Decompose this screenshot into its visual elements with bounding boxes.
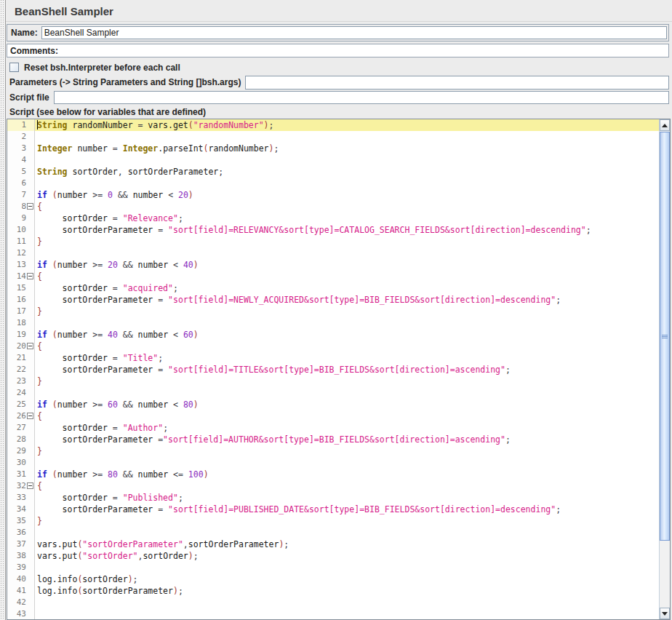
code-line[interactable]: 17} (7, 306, 659, 317)
code-text[interactable]: vars.put("sortOrder",sortOrder); (35, 550, 659, 562)
scrollbar-up-button[interactable] (660, 119, 670, 131)
code-text[interactable] (35, 597, 659, 608)
code-line[interactable]: 16 sortOrderParameter = "sort[field]=NEW… (7, 294, 659, 306)
scrollbar-down-button[interactable] (660, 608, 670, 619)
code-line[interactable]: 34 sortOrderParameter = "sort[field]=PUB… (7, 504, 659, 515)
code-text[interactable]: } (35, 515, 659, 527)
code-text[interactable]: { (35, 341, 659, 352)
code-text[interactable]: sortOrder = "Author"; (35, 422, 659, 434)
code-line[interactable]: 10 sortOrderParameter = "sort[field]=REL… (7, 224, 659, 236)
comments-input[interactable] (61, 44, 668, 57)
split-pane-divider[interactable] (0, 0, 6, 620)
code-line[interactable]: 4 (7, 154, 659, 166)
fold-collapse-icon[interactable] (27, 203, 33, 210)
code-text[interactable] (35, 562, 659, 573)
code-line[interactable]: 38vars.put("sortOrder",sortOrder); (7, 550, 659, 562)
code-line[interactable]: 31if (number >= 80 && number <= 100) (7, 469, 659, 480)
code-text[interactable]: { (35, 480, 659, 492)
code-text[interactable] (35, 608, 659, 619)
code-text[interactable] (35, 131, 659, 143)
code-text[interactable]: } (35, 236, 659, 247)
editor-vertical-scrollbar[interactable] (659, 119, 670, 619)
code-text[interactable] (35, 154, 659, 166)
code-line[interactable]: 42 (7, 597, 659, 608)
name-input[interactable] (41, 26, 667, 39)
code-text[interactable]: { (35, 271, 659, 282)
code-line[interactable]: 19if (number >= 40 && number < 60) (7, 329, 659, 341)
code-line[interactable]: 3Integer number = Integer.parseInt(rando… (7, 143, 659, 154)
fold-collapse-icon[interactable] (27, 273, 33, 279)
code-line[interactable]: 33 sortOrder = "Published"; (7, 492, 659, 504)
code-text[interactable]: { (35, 410, 659, 422)
code-line[interactable]: 26{ (7, 410, 659, 422)
code-line[interactable]: 2 (7, 131, 659, 143)
code-line[interactable]: 40log.info(sortOrder); (7, 573, 659, 585)
code-line[interactable]: 39 (7, 562, 659, 573)
script-file-input[interactable] (54, 91, 669, 104)
code-text[interactable]: if (number >= 80 && number <= 100) (35, 469, 659, 480)
code-line[interactable]: 1String randomNumber = vars.get("randomN… (7, 119, 659, 131)
code-line[interactable]: 24 (7, 387, 659, 399)
code-line[interactable]: 14{ (7, 271, 659, 282)
code-text[interactable] (35, 457, 659, 469)
code-line[interactable]: 36 (7, 527, 659, 538)
code-line[interactable]: 7if (number >= 0 && number < 20) (7, 189, 659, 201)
code-text[interactable]: { (35, 201, 659, 212)
fold-collapse-icon[interactable] (27, 343, 33, 349)
code-text[interactable]: if (number >= 40 && number < 60) (35, 329, 659, 341)
code-text[interactable]: sortOrder = "Published"; (35, 492, 659, 504)
code-line[interactable]: 29} (7, 445, 659, 457)
code-text[interactable] (35, 527, 659, 538)
code-text[interactable]: sortOrder = "Title"; (35, 352, 659, 364)
code-line[interactable]: 30 (7, 457, 659, 469)
code-text[interactable] (35, 247, 659, 259)
code-line[interactable]: 6 (7, 178, 659, 189)
code-text[interactable]: String randomNumber = vars.get("randomNu… (35, 119, 659, 131)
code-text[interactable]: sortOrder = "Relevance"; (35, 212, 659, 224)
code-text[interactable]: sortOrder = "acquired"; (35, 282, 659, 294)
code-text[interactable]: sortOrderParameter = "sort[field]=TITLE&… (35, 364, 659, 375)
fold-collapse-icon[interactable] (27, 413, 33, 419)
code-line[interactable]: 11} (7, 236, 659, 247)
code-text[interactable]: } (35, 445, 659, 457)
code-text[interactable]: sortOrderParameter = "sort[field]=NEWLY_… (35, 294, 659, 306)
code-text[interactable]: log.info(sortOrder); (35, 573, 659, 585)
code-text[interactable]: if (number >= 60 && number < 80) (35, 399, 659, 410)
code-line[interactable]: 23} (7, 375, 659, 387)
code-line[interactable]: 43 (7, 608, 659, 619)
code-text[interactable]: Integer number = Integer.parseInt(random… (35, 143, 659, 154)
code-line[interactable]: 37vars.put("sortOrderParameter",sortOrde… (7, 538, 659, 550)
scrollbar-thumb[interactable] (660, 132, 670, 541)
code-line[interactable]: 18 (7, 317, 659, 329)
code-line[interactable]: 12 (7, 247, 659, 259)
code-line[interactable]: 20{ (7, 341, 659, 352)
code-text[interactable] (35, 317, 659, 329)
code-text[interactable]: sortOrderParameter = "sort[field]=RELEVA… (35, 224, 659, 236)
code-text[interactable] (35, 387, 659, 399)
code-text[interactable]: sortOrderParameter = "sort[field]=PUBLIS… (35, 504, 659, 515)
code-line[interactable]: 35} (7, 515, 659, 527)
fold-collapse-icon[interactable] (27, 482, 33, 489)
code-area[interactable]: 1String randomNumber = vars.get("randomN… (7, 119, 659, 619)
code-line[interactable]: 21 sortOrder = "Title"; (7, 352, 659, 364)
code-line[interactable]: 22 sortOrderParameter = "sort[field]=TIT… (7, 364, 659, 375)
code-line[interactable]: 28 sortOrderParameter ="sort[field]=AUTH… (7, 434, 659, 445)
code-line[interactable]: 41log.info(sortOrderParameter); (7, 585, 659, 597)
code-text[interactable] (35, 178, 659, 189)
code-line[interactable]: 15 sortOrder = "acquired"; (7, 282, 659, 294)
code-text[interactable]: } (35, 306, 659, 317)
code-text[interactable]: sortOrderParameter ="sort[field]=AUTHOR&… (35, 434, 659, 445)
code-line[interactable]: 25if (number >= 60 && number < 80) (7, 399, 659, 410)
code-line[interactable]: 8{ (7, 201, 659, 212)
parameters-input[interactable] (245, 76, 669, 90)
code-line[interactable]: 5String sortOrder, sortOrderParameter; (7, 166, 659, 178)
code-text[interactable]: if (number >= 0 && number < 20) (35, 189, 659, 201)
code-text[interactable]: log.info(sortOrderParameter); (35, 585, 659, 597)
reset-interpreter-checkbox[interactable] (9, 63, 19, 72)
code-text[interactable]: vars.put("sortOrderParameter",sortOrderP… (35, 538, 659, 550)
code-line[interactable]: 32{ (7, 480, 659, 492)
code-line[interactable]: 27 sortOrder = "Author"; (7, 422, 659, 434)
code-line[interactable]: 9 sortOrder = "Relevance"; (7, 212, 659, 224)
code-text[interactable]: String sortOrder, sortOrderParameter; (35, 166, 659, 178)
code-line[interactable]: 13if (number >= 20 && number < 40) (7, 259, 659, 271)
